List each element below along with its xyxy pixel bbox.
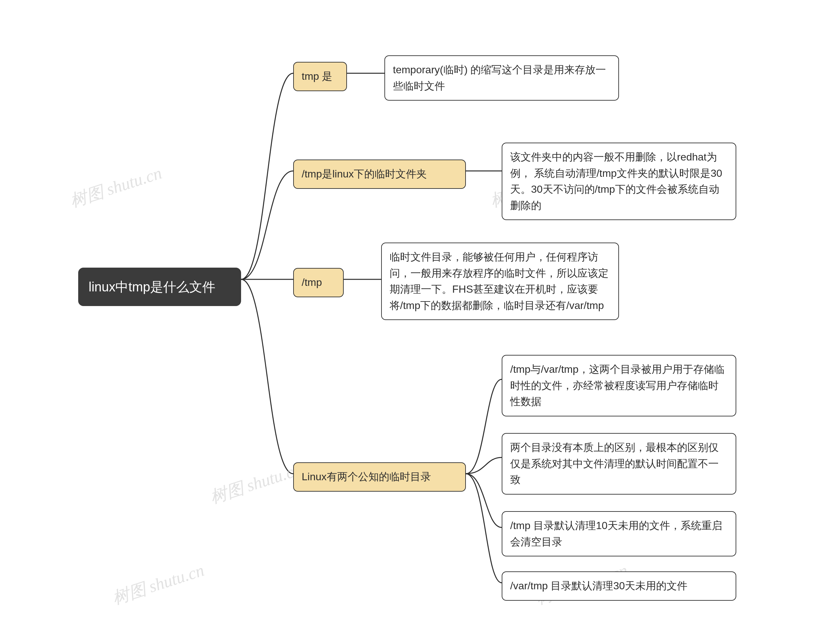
leaf-node: temporary(临时) 的缩写这个目录是用来存放一些临时文件 [385,55,619,101]
branch-label: Linux有两个公知的临时目录 [302,469,431,485]
leaf-text: 临时文件目录，能够被任何用户，任何程序访问，一般用来存放程序的临时文件，所以应该… [390,249,611,313]
leaf-node: 该文件夹中的内容一般不用删除，以redhat为例， 系统自动清理/tmp文件夹的… [502,143,736,220]
leaf-node: /tmp 目录默认清理10天未用的文件，系统重启会清空目录 [502,511,736,557]
branch-label: /tmp [302,274,322,291]
watermark: 树图 shutu.cn [110,559,207,610]
branch-node-two-tmp-dirs: Linux有两个公知的临时目录 [293,462,466,492]
leaf-text: 该文件夹中的内容一般不用删除，以redhat为例， 系统自动清理/tmp文件夹的… [510,149,728,213]
branch-node-tmp-folder: /tmp是linux下的临时文件夹 [293,160,466,189]
branch-node-tmp: /tmp [293,268,344,297]
watermark: 树图 shutu.cn [207,458,305,509]
leaf-text: /tmp与/var/tmp，这两个目录被用户用于存储临时性的文件，亦经常被程度读… [510,362,728,410]
watermark: 树图 shutu.cn [67,162,165,213]
root-node: linux中tmp是什么文件 [78,268,241,306]
diagram-canvas: 树图 shutu.cn 树图 shutu.cn 树图 shutu.cn 树图 s… [0,0,834,644]
leaf-text: /tmp 目录默认清理10天未用的文件，系统重启会清空目录 [510,518,728,550]
branch-node-tmp-is: tmp 是 [293,62,347,91]
leaf-node: 临时文件目录，能够被任何用户，任何程序访问，一般用来存放程序的临时文件，所以应该… [381,242,619,320]
leaf-node: 两个目录没有本质上的区别，最根本的区别仅仅是系统对其中文件清理的默认时间配置不一… [502,433,736,495]
branch-label: tmp 是 [302,68,332,85]
leaf-node: /var/tmp 目录默认清理30天未用的文件 [502,571,736,601]
branch-label: /tmp是linux下的临时文件夹 [302,166,427,182]
leaf-node: /tmp与/var/tmp，这两个目录被用户用于存储临时性的文件，亦经常被程度读… [502,355,736,416]
root-title: linux中tmp是什么文件 [89,277,215,297]
leaf-text: temporary(临时) 的缩写这个目录是用来存放一些临时文件 [393,62,611,94]
leaf-text: /var/tmp 目录默认清理30天未用的文件 [510,578,687,594]
leaf-text: 两个目录没有本质上的区别，最根本的区别仅仅是系统对其中文件清理的默认时间配置不一… [510,439,728,488]
